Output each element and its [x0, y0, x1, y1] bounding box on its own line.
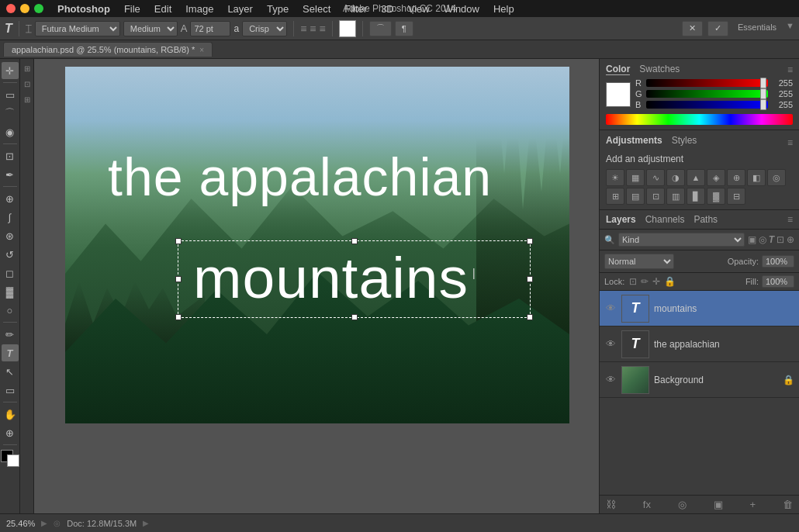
- eraser-tool[interactable]: ◻: [2, 264, 19, 282]
- gradient-tool[interactable]: ▓: [2, 283, 19, 300]
- path-select-tool[interactable]: ↖: [2, 363, 19, 380]
- canvas-area[interactable]: the appalachian mountains |: [34, 59, 599, 513]
- color-preview-swatch[interactable]: [606, 82, 631, 107]
- status-doc-info-icon[interactable]: ◎: [54, 519, 61, 527]
- color-spectrum-bar[interactable]: [606, 114, 793, 125]
- curves-icon[interactable]: ∿: [646, 169, 665, 186]
- tab-swatches[interactable]: Swatches: [639, 64, 680, 75]
- tab-adjustments[interactable]: Adjustments: [606, 135, 662, 146]
- add-mask-icon[interactable]: ◎: [678, 499, 687, 510]
- menu-layer[interactable]: Layer: [221, 2, 259, 16]
- gradient-map-icon[interactable]: ▓: [707, 188, 725, 205]
- fill-input[interactable]: 100%: [762, 275, 794, 288]
- layer-item-appalachian[interactable]: 👁 T the appalachian: [600, 326, 799, 362]
- brightness-contrast-icon[interactable]: ☀: [606, 169, 624, 186]
- delete-layer-icon[interactable]: 🗑: [783, 499, 793, 510]
- tab-color[interactable]: Color: [606, 64, 630, 75]
- close-button[interactable]: [6, 4, 16, 13]
- panel-icon-2[interactable]: ⊡: [21, 78, 33, 90]
- layers-panel-menu-icon[interactable]: ≡: [787, 214, 793, 225]
- exposure-icon[interactable]: ◑: [666, 169, 685, 186]
- hue-sat-icon[interactable]: ◈: [707, 169, 725, 186]
- text-align-left-icon[interactable]: ≡: [300, 22, 306, 35]
- quick-select-tool[interactable]: ◉: [2, 123, 19, 140]
- tab-paths[interactable]: Paths: [694, 214, 718, 225]
- blend-mode-select[interactable]: Normal: [604, 254, 674, 269]
- bw-icon[interactable]: ◧: [747, 169, 766, 186]
- maximize-button[interactable]: [34, 4, 43, 13]
- cancel-text-button[interactable]: ✕: [682, 21, 703, 36]
- filter-type-icon[interactable]: T: [769, 234, 774, 245]
- background-color[interactable]: [7, 454, 19, 467]
- photo-filter-icon[interactable]: ◎: [767, 169, 786, 186]
- panel-icon-3[interactable]: ⊞: [21, 93, 33, 105]
- layer-visibility-background[interactable]: 👁: [604, 374, 617, 385]
- dodge-tool[interactable]: ○: [2, 302, 19, 319]
- anti-alias-select[interactable]: Crisp: [242, 21, 287, 36]
- history-brush-tool[interactable]: ↺: [2, 246, 19, 263]
- color-lookup-icon[interactable]: ▤: [626, 188, 645, 205]
- menu-edit[interactable]: Edit: [148, 2, 178, 16]
- green-slider-track[interactable]: [646, 90, 768, 98]
- new-layer-icon[interactable]: +: [750, 499, 756, 510]
- channel-mixer-icon[interactable]: ⊞: [606, 188, 624, 205]
- color-balance-icon[interactable]: ⊕: [727, 169, 745, 186]
- lock-move-icon[interactable]: ✛: [652, 276, 660, 287]
- menu-help[interactable]: Help: [487, 2, 521, 16]
- menu-file[interactable]: File: [118, 2, 147, 16]
- new-group-icon[interactable]: ▣: [714, 499, 723, 510]
- filter-adjust-icon[interactable]: ◎: [759, 234, 766, 245]
- tab-channels[interactable]: Channels: [645, 214, 685, 225]
- hand-tool[interactable]: ✋: [2, 406, 19, 423]
- selective-color-icon[interactable]: ⊟: [727, 188, 745, 205]
- layer-effects-icon[interactable]: fx: [643, 499, 651, 510]
- layer-item-background[interactable]: 👁 Background 🔒: [600, 362, 799, 398]
- posterize-icon[interactable]: ▥: [666, 188, 685, 205]
- commit-text-button[interactable]: ✓: [707, 21, 728, 36]
- document-tab[interactable]: appalachian.psd @ 25.5% (mountains, RGB/…: [3, 42, 213, 57]
- tab-close-button[interactable]: ×: [199, 46, 204, 54]
- marquee-tool[interactable]: ▭: [2, 86, 19, 103]
- lock-paint-icon[interactable]: ✏: [641, 276, 649, 287]
- blue-slider-track[interactable]: [646, 101, 768, 109]
- zoom-toggle-icon[interactable]: ▶: [41, 519, 47, 527]
- levels-icon[interactable]: ▦: [626, 169, 645, 186]
- tab-layers[interactable]: Layers: [606, 214, 636, 225]
- invert-icon[interactable]: ⊡: [646, 188, 665, 205]
- filter-smart-icon[interactable]: ⊕: [787, 234, 794, 245]
- panel-icon-1[interactable]: ⊞: [21, 62, 33, 74]
- layer-visibility-appalachian[interactable]: 👁: [604, 338, 617, 350]
- crop-tool[interactable]: ⊡: [2, 147, 19, 164]
- eyedropper-tool[interactable]: ✒: [2, 166, 19, 183]
- filter-pixel-icon[interactable]: ▣: [748, 234, 756, 245]
- text-align-center-icon[interactable]: ≡: [310, 22, 316, 35]
- adjustments-panel-menu-icon[interactable]: ≡: [787, 137, 793, 148]
- lasso-tool[interactable]: ⌒: [2, 105, 19, 122]
- layer-visibility-mountains[interactable]: 👁: [604, 302, 617, 314]
- font-family-select[interactable]: Futura Medium: [35, 21, 120, 36]
- zoom-tool[interactable]: ⊕: [2, 424, 19, 441]
- doc-size-arrows[interactable]: ▶: [143, 519, 149, 527]
- text-color-swatch[interactable]: [339, 20, 356, 37]
- red-slider-track[interactable]: [646, 79, 768, 87]
- color-panel-menu-icon[interactable]: ≡: [787, 64, 793, 75]
- tab-styles[interactable]: Styles: [672, 135, 697, 146]
- minimize-button[interactable]: [20, 4, 29, 13]
- font-style-select[interactable]: Medium: [123, 21, 178, 36]
- move-tool[interactable]: ✛: [2, 62, 19, 79]
- link-layers-icon[interactable]: ⛓: [606, 499, 616, 510]
- threshold-icon[interactable]: ▊: [687, 188, 705, 205]
- type-tool[interactable]: T: [2, 344, 19, 361]
- lock-all-icon[interactable]: 🔒: [664, 276, 676, 287]
- warp-text-button[interactable]: ⌒: [369, 21, 392, 36]
- menu-select[interactable]: Select: [296, 2, 337, 16]
- menu-photoshop[interactable]: Photoshop: [51, 2, 116, 16]
- brush-tool[interactable]: ∫: [2, 209, 19, 226]
- clone-tool[interactable]: ⊛: [2, 227, 19, 244]
- menu-type[interactable]: Type: [261, 2, 295, 16]
- text-align-right-icon[interactable]: ≡: [319, 22, 325, 35]
- vibrance-icon[interactable]: ▲: [687, 169, 705, 186]
- layers-kind-select[interactable]: Kind: [618, 233, 745, 247]
- layer-item-mountains[interactable]: 👁 T mountains: [600, 291, 799, 326]
- lock-transparent-icon[interactable]: ⊡: [629, 276, 637, 287]
